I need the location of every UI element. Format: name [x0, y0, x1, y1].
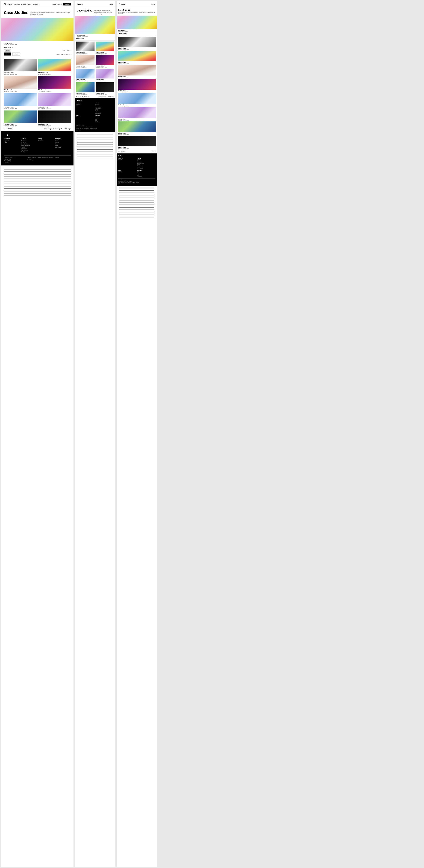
footer-fund[interactable]: Fund — [55, 143, 71, 145]
topics-filter[interactable]: Topics ↓ — [4, 49, 11, 52]
mobile-card-5[interactable]: Title Goes Here Secondary text goes here — [118, 93, 156, 106]
tablet-footer-index[interactable]: Index — [76, 105, 95, 106]
card-7[interactable]: Title Goes Here Secondary text goes here — [4, 111, 37, 126]
mobile-fs-overview[interactable]: Overview — [118, 171, 136, 172]
nav-safety[interactable]: Safety — [28, 3, 31, 5]
tablet-fc-about[interactable]: About — [95, 116, 114, 117]
tablet-youtube[interactable]: YouTube — [80, 128, 83, 129]
tablet-card-5[interactable]: Title Goes Here Secondary text goes here — [76, 69, 95, 81]
login-link[interactable]: Log in ↗ — [57, 3, 62, 5]
tablet-back-to-top[interactable]: Back to top ↑ — [76, 130, 114, 131]
tablet-fp-safety[interactable]: Safety Standards — [95, 108, 114, 109]
mobile-fc-blog[interactable]: Blog — [137, 175, 156, 176]
mobile-fc-charter[interactable]: Our Charter — [137, 176, 156, 177]
mobile-fp-safety[interactable]: Safety Standards — [137, 163, 156, 164]
mobile-colophon[interactable]: Colophon — [129, 181, 132, 182]
mobile-card-3[interactable]: Title Goes Here Secondary text goes here — [118, 65, 156, 78]
mobile-fp-startups[interactable]: For Startups — [137, 165, 156, 166]
footer-safety-overview[interactable]: Overview — [38, 140, 54, 142]
tablet-fp-products[interactable]: Products — [95, 105, 114, 106]
tablet-fp-case[interactable]: Case Studies — [95, 106, 114, 108]
mobile-card-7[interactable]: Title Goes Here Secondary text goes here — [118, 121, 156, 135]
footer-for-business[interactable]: For Business — [21, 150, 37, 151]
mobile-fp-business[interactable]: For Business — [137, 166, 156, 167]
mobile-fc-careers[interactable]: Careers — [137, 173, 156, 174]
tablet-fp-startups[interactable]: For Startups — [95, 110, 114, 112]
mobile-card-8[interactable]: Title Goes Here Secondary text goes here — [118, 135, 156, 149]
mobile-fp-products[interactable]: Products — [137, 160, 156, 161]
colophon-link[interactable]: Colophon — [4, 162, 9, 163]
tablet-logo[interactable]: OpenAI — [77, 3, 83, 5]
footer-approach[interactable]: Approach — [4, 140, 20, 142]
footer-for-startups[interactable]: For Startups — [21, 148, 37, 149]
mobile-facebook[interactable]: Facebook — [136, 182, 139, 183]
mobile-back-to-top[interactable]: Back to top ↑ — [118, 184, 156, 184]
footer-blog[interactable]: Blog — [55, 145, 71, 146]
mobile-fp-overview[interactable]: Overview — [137, 159, 156, 160]
tablet-fp-business[interactable]: For Business — [95, 112, 114, 113]
footer-index[interactable]: Index — [4, 142, 20, 143]
footer-products[interactable]: Products — [21, 142, 37, 143]
mobile-youtube[interactable]: YouTube — [121, 182, 124, 183]
card-4[interactable]: Title Goes Here Secondary text goes here — [38, 76, 71, 92]
soundcloud-link[interactable]: Soundcloud — [41, 157, 47, 158]
tablet-menu-button[interactable]: Menu — [109, 3, 113, 5]
footer-careers[interactable]: Careers — [55, 142, 71, 143]
mobile-fp-enterprise[interactable]: For Enterprise — [137, 168, 156, 169]
mobile-fr-approach[interactable]: Approach — [118, 159, 136, 160]
footer-charter[interactable]: Our Charter — [55, 147, 71, 148]
twitter-link[interactable]: Twitter — [27, 157, 31, 158]
tablet-colophon[interactable]: Colophon — [89, 126, 92, 127]
tablet-card-2[interactable]: Title Goes Here Secondary text goes here — [96, 41, 114, 54]
mobile-pagination-btn[interactable]: → — [152, 150, 156, 152]
card-3[interactable]: Title Goes Here Secondary text goes here — [4, 76, 37, 92]
tablet-footer-approach[interactable]: Approach — [76, 104, 95, 105]
mobile-github[interactable]: GitHub — [125, 182, 127, 183]
tablet-card-4[interactable]: Title Goes Here Secondary text goes here — [96, 55, 114, 68]
tablet-next-page[interactable]: Next page → — [85, 96, 91, 97]
terms-link[interactable]: Terms of Use — [4, 159, 10, 160]
tablet-fp-overview[interactable]: Overview — [95, 104, 114, 105]
nav-product[interactable]: Product ↓ — [21, 3, 27, 5]
mobile-menu-button[interactable]: Menu — [151, 3, 155, 5]
tablet-card-8[interactable]: Title Goes Here Secondary text goes here — [96, 82, 114, 95]
tablet-fc-charter[interactable]: Our Charter — [95, 121, 114, 122]
mobile-card-2[interactable]: Title Goes Here Secondary text goes here — [118, 51, 156, 64]
footer-about[interactable]: About — [55, 140, 71, 142]
tablet-card-3[interactable]: Title Goes Here Secondary text goes here — [76, 55, 95, 68]
tablet-terms[interactable]: Terms of Use — [76, 126, 81, 127]
tablet-fp-enterprise[interactable]: For Enterprise — [95, 113, 114, 114]
footer-pricing[interactable]: Pricing — [21, 147, 37, 148]
mobile-terms[interactable]: Terms of Use — [118, 181, 123, 182]
card-8[interactable]: Title Goes Here Secondary text goes here — [38, 111, 71, 126]
mobile-card-6[interactable]: Title Goes Here Secondary text goes here — [118, 107, 156, 121]
signup-button[interactable]: Sign up ↗ — [63, 3, 71, 5]
tablet-fc-fund[interactable]: Fund — [95, 119, 114, 120]
mobile-fc-fund[interactable]: Fund — [137, 174, 156, 175]
tablet-linkedin[interactable]: LinkedIn — [89, 128, 93, 129]
tablet-fp-pricing[interactable]: Pricing — [95, 109, 114, 110]
apply-button[interactable]: Apply — [4, 53, 11, 56]
mobile-linkedin[interactable]: LinkedIn — [132, 182, 135, 183]
tablet-fc-blog[interactable]: Blog — [95, 120, 114, 121]
card-6[interactable]: Title Goes Here Secondary text goes here — [38, 93, 71, 109]
tablet-fc-careers[interactable]: Careers — [95, 118, 114, 119]
tablet-card-6[interactable]: Title Goes Here Secondary text goes here — [96, 69, 114, 81]
prev-page-link[interactable]: ← Previous page — [42, 128, 52, 129]
tablet-facebook[interactable]: Facebook — [93, 128, 97, 129]
mobile-card-1[interactable]: Title Goes Here Secondary text goes here — [118, 37, 156, 50]
nav-research[interactable]: Research ↓ — [13, 3, 20, 5]
mobile-fp-case[interactable]: Case Studies — [137, 162, 156, 163]
mobile-logo[interactable]: OpenAI — [119, 3, 125, 5]
footer-overview[interactable]: Overview — [21, 140, 37, 142]
tablet-soundcloud[interactable]: Soundcloud — [84, 128, 88, 129]
reset-button[interactable]: Reset — [12, 53, 20, 56]
mobile-privacy[interactable]: Privacy Policy — [123, 181, 128, 182]
mobile-soundcloud[interactable]: Soundcloud — [128, 182, 132, 183]
facebook-link[interactable]: Facebook — [54, 157, 59, 158]
mobile-twitter[interactable]: Twitter — [118, 182, 120, 183]
nav-company[interactable]: Company ↓ — [33, 3, 39, 5]
linkedin-link[interactable]: LinkedIn — [48, 157, 53, 158]
mobile-fr-index[interactable]: Index — [118, 160, 136, 161]
mobile-fp-pricing[interactable]: Pricing — [137, 164, 156, 165]
